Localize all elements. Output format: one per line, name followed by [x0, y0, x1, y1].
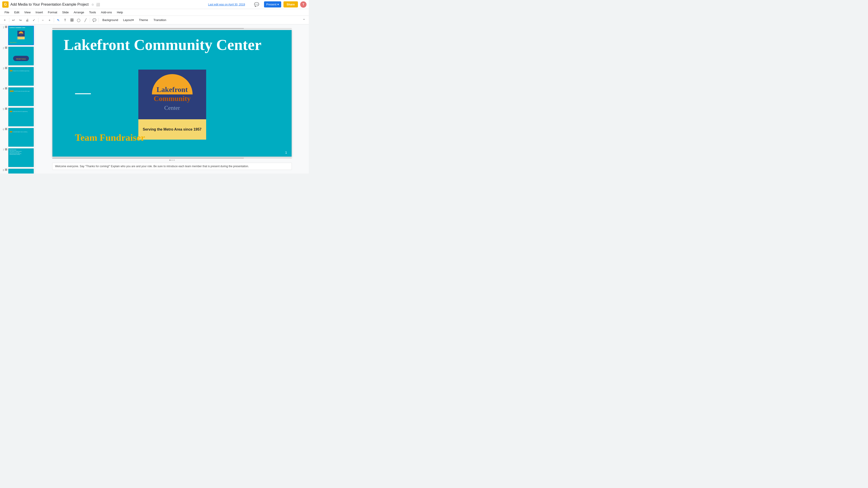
add-slide-button[interactable]: ＋ [2, 17, 8, 23]
slide-scrollbar-bottom[interactable] [52, 158, 292, 159]
menu-tools[interactable]: Tools [87, 10, 98, 15]
spell-check-button[interactable]: ✓ [31, 17, 37, 23]
slide-thumbnail-8[interactable]: MEET THE TEAM [8, 168, 34, 173]
transition-button[interactable]: Transition [151, 18, 168, 23]
slide-icon-dot-2 [5, 46, 7, 49]
slide-number-3: 3 [1, 67, 4, 70]
thumb-1-title: Lakefront Community Center [8, 26, 33, 29]
slide-number-5: 5 [1, 108, 4, 110]
line-tool[interactable]: ╱ [83, 17, 88, 23]
slide-icon-dot-6 [5, 128, 7, 130]
menu-help[interactable]: Help [115, 10, 125, 15]
main-area: 1 Lakefront Community Center Lakefront C… [0, 24, 309, 173]
chevron-icon: ▾ [132, 18, 134, 22]
slide-thumbnail-3[interactable]: Raise Sponsor for our charitable program… [8, 67, 34, 86]
slide-number-6: 6 [1, 128, 4, 131]
logo-text-community: Community [138, 94, 206, 103]
menu-edit[interactable]: Edit [12, 10, 22, 15]
present-button[interactable]: Present ▾ [264, 1, 281, 7]
text-tool[interactable]: T [62, 17, 68, 23]
app-icon[interactable]: G [2, 1, 8, 8]
shape-tool[interactable]: ◯ [76, 17, 82, 23]
sidebar-slide-row-2: 2 PROJECT GOALS [1, 46, 34, 66]
sidebar-slide-row-3: 3 Raise Sponsor for our charitable progr… [1, 67, 34, 86]
slide-thumbnail-1[interactable]: Lakefront Community Center Lakefront Com… [8, 26, 34, 45]
collapse-panel-button[interactable]: ⌃ [301, 17, 307, 23]
theme-button[interactable]: Theme [136, 18, 150, 23]
main-slide[interactable]: Lakefront Community Center Lakefront Com… [52, 30, 292, 157]
slide-icon-dot [5, 26, 7, 28]
slide-number-8: 8 [1, 169, 4, 171]
zoom-in-button[interactable]: + [46, 17, 53, 23]
background-button[interactable]: Background [100, 18, 120, 23]
sidebar-slide-row-4: 4 Promote the LCC across the city and th… [1, 87, 34, 106]
logo-text-lakefront: Lakefront [138, 86, 206, 94]
chevron-down-icon: ▾ [277, 3, 279, 6]
share-button[interactable]: Share [283, 1, 298, 7]
speaker-notes: Welcome everyone. Say "Thanks for coming… [52, 163, 292, 170]
logo-box[interactable]: Lakefront Community Center Serving the M… [138, 70, 206, 140]
menu-bar: File Edit View Insert Format Slide Arran… [0, 9, 309, 16]
slide-icons-3 [4, 67, 8, 69]
select-tool[interactable]: ↖ [55, 17, 61, 23]
undo-button[interactable]: ↩ [11, 17, 17, 23]
toolbar-divider-2 [38, 18, 38, 22]
logo-bottom-section: Serving the Metro Area since 1957 [138, 119, 206, 140]
redo-button[interactable]: ↪ [18, 17, 23, 23]
slide-number-1: 1 [1, 26, 4, 29]
white-dash [75, 93, 91, 94]
slide-thumbnail-7[interactable]: Goals Summary: 1. Raise Sponsor for char… [8, 148, 34, 167]
header-right: 💬 Present ▾ Share T [251, 1, 307, 8]
scroll-dots [169, 160, 175, 161]
slide-number-7: 7 [1, 149, 4, 151]
menu-view[interactable]: View [22, 10, 33, 15]
slide-scrollbar-top[interactable] [52, 28, 292, 29]
slide-page-number: 1 [285, 151, 287, 154]
slide-thumbnail-5[interactable]: Build awareness about LCC programming [8, 107, 34, 127]
menu-insert[interactable]: Insert [33, 10, 45, 15]
slide-icons-7 [4, 148, 8, 151]
slide-thumbnail-6[interactable]: Build a brand identity for future market… [8, 128, 34, 147]
slide-number-4: 4 [1, 88, 4, 90]
toolbar: ＋ ↩ ↪ 🖨 ✓ − + ↖ T 🖼 ◯ ╱ 💬 Background Lay… [0, 16, 309, 24]
zoom-out-button[interactable]: − [40, 17, 46, 23]
print-button[interactable]: 🖨 [24, 17, 30, 23]
thumb-2-goals: PROJECT GOALS [13, 56, 29, 61]
slide-icon-dot-4 [5, 87, 7, 90]
user-avatar[interactable]: T [300, 1, 307, 8]
sidebar-slide-row-1: 1 Lakefront Community Center Lakefront C… [1, 26, 34, 45]
logo-top-section: Lakefront Community Center [138, 70, 206, 119]
slide-number-2: 2 [1, 47, 4, 50]
slide-icons-2 [4, 46, 8, 49]
slide-icons-5 [4, 107, 8, 110]
sidebar-slide-row-8: 8 MEET THE TEAM [1, 168, 34, 173]
thumb-1-logo: Lakefront Community Center Serving the M… [18, 31, 25, 39]
toolbar-divider-5 [98, 18, 99, 22]
toolbar-divider [9, 18, 9, 22]
thumb-1-fundraiser: Team Fundraiser [10, 42, 17, 43]
slide-icon-dot-5 [5, 107, 7, 110]
speaker-notes-text: Welcome everyone. Say "Thanks for coming… [55, 165, 249, 168]
layout-button[interactable]: Layout ▾ [121, 18, 135, 23]
slide-icon-dot-8 [5, 168, 7, 171]
slide-thumbnail-4[interactable]: Promote the LCC across the city and the … [8, 87, 34, 106]
sidebar-slide-row-6: 6 Build a brand identity for future mark… [1, 128, 34, 147]
document-title: Add Media to Your Presentation Example P… [10, 2, 89, 6]
menu-format[interactable]: Format [46, 10, 59, 15]
comment-button[interactable]: 💬 [251, 1, 262, 8]
star-icon[interactable]: ☆ [91, 3, 94, 6]
menu-slide[interactable]: Slide [60, 10, 71, 15]
slide-icons-8 [4, 168, 8, 171]
slide-icons-6 [4, 128, 8, 130]
last-edit-link[interactable]: Last edit was on April 30, 2019 [208, 3, 245, 6]
menu-arrange[interactable]: Arrange [71, 10, 86, 15]
folder-icon[interactable]: ⬜ [96, 3, 100, 6]
logo-tagline: Serving the Metro Area since 1957 [143, 127, 202, 131]
image-tool[interactable]: 🖼 [69, 17, 75, 23]
menu-addons[interactable]: Add-ons [99, 10, 114, 15]
sidebar-slide-row-5: 5 Build awareness about LCC programming [1, 107, 34, 127]
comment-inline-button[interactable]: 💬 [91, 17, 97, 23]
slide-thumbnail-2[interactable]: PROJECT GOALS [8, 46, 34, 66]
menu-file[interactable]: File [2, 10, 11, 15]
toolbar-divider-4 [90, 18, 90, 22]
